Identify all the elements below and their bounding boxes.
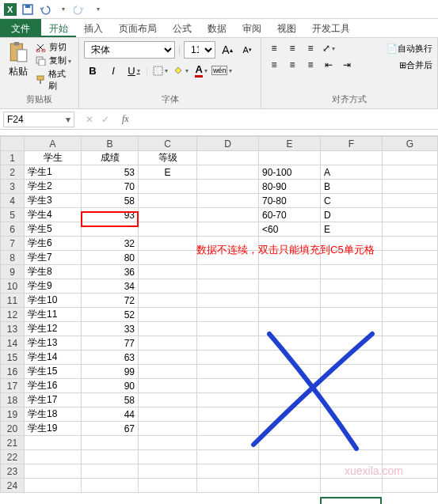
cell[interactable] (197, 336, 259, 351)
formula-input[interactable] (134, 112, 438, 127)
cell[interactable] (197, 322, 259, 336)
align-bottom-icon[interactable]: ≡ (303, 41, 318, 55)
col-header-G[interactable]: G (383, 137, 438, 151)
cell[interactable] (25, 450, 82, 464)
cell[interactable]: 学生 (25, 151, 82, 165)
row-header[interactable]: 7 (1, 237, 25, 251)
col-header-F[interactable]: F (321, 137, 383, 151)
italic-button[interactable]: I (105, 62, 122, 79)
cell[interactable] (197, 294, 259, 308)
cell[interactable] (82, 450, 139, 464)
row-header[interactable]: 11 (1, 294, 25, 308)
cell[interactable] (139, 450, 197, 464)
cell[interactable]: 72 (82, 294, 139, 308)
phonetic-button[interactable]: wén (213, 62, 230, 79)
cell[interactable] (197, 365, 259, 379)
cell[interactable]: 学生10 (25, 294, 82, 308)
cell[interactable] (139, 237, 197, 251)
cell[interactable]: 学生17 (25, 393, 82, 407)
cell[interactable] (139, 279, 197, 294)
cell[interactable]: 70 (82, 180, 139, 194)
cell[interactable] (139, 180, 197, 194)
indent-decrease-icon[interactable]: ⇤ (321, 58, 337, 72)
row-header[interactable]: 14 (1, 336, 25, 351)
cell[interactable] (321, 407, 383, 422)
name-box[interactable]: F24▾ (3, 112, 74, 127)
select-all-corner[interactable] (1, 137, 25, 151)
cell[interactable] (139, 379, 197, 393)
cell[interactable]: 学生14 (25, 351, 82, 365)
cell[interactable] (197, 479, 259, 493)
align-left-icon[interactable]: ≡ (266, 58, 282, 72)
cell[interactable]: A (321, 165, 383, 180)
cell[interactable] (197, 151, 259, 165)
cell[interactable] (383, 294, 438, 308)
cell[interactable]: 32 (82, 237, 139, 251)
row-header[interactable]: 12 (1, 308, 25, 322)
tab-data[interactable]: 数据 (200, 19, 234, 37)
cell[interactable] (383, 208, 438, 222)
cell[interactable] (321, 393, 383, 407)
cell[interactable] (82, 436, 139, 450)
cell[interactable]: 学生19 (25, 422, 82, 436)
tab-insert[interactable]: 插入 (76, 19, 111, 37)
cell[interactable]: B (321, 180, 383, 194)
cell[interactable]: 99 (82, 365, 139, 379)
tab-view[interactable]: 视图 (269, 19, 304, 37)
paste-button[interactable]: 粘贴 (5, 41, 32, 92)
cell[interactable] (139, 294, 197, 308)
cell[interactable]: C (321, 194, 383, 208)
cell[interactable] (82, 464, 139, 479)
cell[interactable] (321, 436, 383, 450)
cell[interactable]: 93 (82, 208, 139, 222)
cell[interactable] (197, 308, 259, 322)
wrap-text-button[interactable]: 📄自动换行 (387, 43, 432, 55)
cell[interactable]: 学生3 (25, 194, 82, 208)
cell[interactable] (259, 279, 321, 294)
tab-developer[interactable]: 开发工具 (304, 19, 358, 37)
cell[interactable] (139, 336, 197, 351)
cell[interactable] (197, 208, 259, 222)
cell[interactable]: 学生5 (25, 222, 82, 237)
row-header[interactable]: 5 (1, 208, 25, 222)
col-header-B[interactable]: B (82, 137, 139, 151)
cell[interactable] (197, 464, 259, 479)
cell[interactable] (259, 379, 321, 393)
col-header-E[interactable]: E (259, 137, 321, 151)
cell[interactable] (82, 479, 139, 493)
cell[interactable] (383, 365, 438, 379)
cell[interactable] (383, 237, 438, 251)
row-header[interactable]: 1 (1, 151, 25, 165)
cell[interactable] (139, 436, 197, 450)
cell[interactable] (383, 165, 438, 180)
cell[interactable] (321, 365, 383, 379)
cell[interactable] (139, 479, 197, 493)
cell[interactable]: 学生15 (25, 365, 82, 379)
cell[interactable] (259, 351, 321, 365)
cell[interactable]: 53 (82, 165, 139, 180)
align-top-icon[interactable]: ≡ (266, 41, 282, 55)
row-header[interactable]: 8 (1, 251, 25, 265)
cell[interactable] (321, 351, 383, 365)
cell[interactable] (321, 308, 383, 322)
cell[interactable] (139, 464, 197, 479)
cell[interactable] (259, 336, 321, 351)
merge-button[interactable]: ⊞合并后 (399, 59, 432, 71)
row-header[interactable]: 10 (1, 279, 25, 294)
cell[interactable] (259, 436, 321, 450)
cell[interactable]: 70-80 (259, 194, 321, 208)
cell[interactable] (321, 450, 383, 464)
fx-icon[interactable]: fx (117, 113, 134, 125)
cell[interactable]: 学生11 (25, 308, 82, 322)
cell[interactable] (383, 450, 438, 464)
cell[interactable]: 学生9 (25, 279, 82, 294)
chevron-down-icon[interactable]: ▾ (66, 114, 70, 125)
tab-review[interactable]: 审阅 (234, 19, 269, 37)
bold-button[interactable]: B (84, 62, 101, 79)
cell[interactable]: <60 (259, 222, 321, 237)
cell[interactable] (197, 265, 259, 279)
tab-formulas[interactable]: 公式 (165, 19, 200, 37)
cell[interactable] (259, 479, 321, 493)
save-icon[interactable] (21, 2, 35, 17)
cell[interactable] (321, 151, 383, 165)
